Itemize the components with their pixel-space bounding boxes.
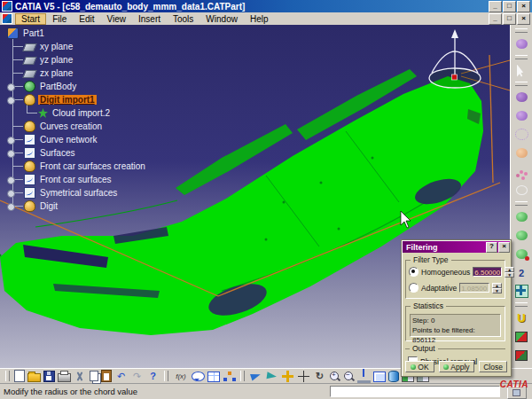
pen-icon[interactable] xyxy=(249,371,262,382)
table-icon[interactable] xyxy=(207,372,220,382)
toolbar-grip[interactable] xyxy=(5,371,10,381)
tree-item-partbody[interactable]: PartBody xyxy=(13,81,78,92)
fit-all-icon[interactable] xyxy=(281,371,294,382)
tree-expand-handle[interactable] xyxy=(7,190,15,198)
adaptative-radio[interactable] xyxy=(409,283,419,293)
menu-view[interactable]: View xyxy=(100,13,132,25)
cloud-orange-icon[interactable] xyxy=(512,144,532,162)
normal-view-icon[interactable] xyxy=(357,369,371,383)
catia-app-icon[interactable] xyxy=(2,1,12,12)
toolbar-grip[interactable] xyxy=(515,201,528,206)
toolbar-grip[interactable] xyxy=(164,371,168,381)
adaptative-spinner: ▲▼ xyxy=(492,283,502,293)
rotate-icon[interactable]: ↻ xyxy=(313,371,326,382)
pan-icon[interactable] xyxy=(297,371,310,382)
homogeneous-spinner[interactable]: ▲▼ xyxy=(505,267,514,277)
tree-expand-handle[interactable] xyxy=(7,150,15,158)
menu-help[interactable]: Help xyxy=(244,13,275,25)
tree-expand-handle[interactable] xyxy=(7,203,15,211)
menu-edit[interactable]: Edit xyxy=(73,13,100,25)
menu-insert[interactable]: Insert xyxy=(132,13,167,25)
tree-item-front-car-surfaces[interactable]: Front car surfaces xyxy=(13,174,113,185)
tree-expand-handle[interactable] xyxy=(7,137,15,145)
toolbar-grip[interactable] xyxy=(515,82,528,86)
links-icon[interactable] xyxy=(223,371,236,382)
chat-icon[interactable] xyxy=(192,372,205,381)
tree-expand-handle[interactable] xyxy=(7,83,15,91)
red-green-mesh-icon[interactable] xyxy=(512,327,532,346)
align-cross-icon[interactable] xyxy=(512,282,532,301)
green-red-mesh-icon[interactable] xyxy=(512,346,532,364)
toolbar-grip[interactable] xyxy=(515,302,528,307)
close-button-dialog[interactable]: Close xyxy=(479,361,507,372)
tree-item-xy-plane[interactable]: xy plane xyxy=(13,41,74,52)
homogeneous-radio[interactable] xyxy=(409,267,419,277)
tree-item-yz-plane[interactable]: yz plane xyxy=(13,54,74,66)
undo-icon[interactable]: ↶ xyxy=(114,371,128,382)
dialog-title-bar[interactable]: Filtering ? × xyxy=(403,241,510,253)
menu-tools[interactable]: Tools xyxy=(167,13,200,25)
context-help-icon[interactable]: ? xyxy=(146,371,160,382)
multi-view-icon[interactable] xyxy=(373,372,386,382)
mesh-green-2-icon[interactable] xyxy=(512,226,532,245)
mesh-green-icon[interactable] xyxy=(512,207,532,226)
tree-expand-handle[interactable] xyxy=(7,176,15,184)
menu-file[interactable]: File xyxy=(46,13,73,25)
scatter-icon[interactable] xyxy=(512,162,532,181)
document-icon[interactable] xyxy=(2,13,12,24)
tree-item-cloud-import[interactable]: Cloud import.2 xyxy=(27,107,112,119)
partbody-icon xyxy=(24,81,35,92)
tree-item-digit-import[interactable]: Digit import1 xyxy=(13,94,97,106)
homogeneous-value-field[interactable]: 6.50000 xyxy=(473,267,502,277)
lasso-icon[interactable] xyxy=(512,181,532,200)
save-icon[interactable] xyxy=(43,371,55,382)
new-document-icon[interactable] xyxy=(14,370,25,382)
close-button[interactable]: × xyxy=(517,1,530,12)
minimize-button[interactable]: _ xyxy=(489,1,502,12)
dialog-help-button[interactable]: ? xyxy=(486,242,497,253)
cloud-import-icon[interactable] xyxy=(512,35,532,53)
open-folder-icon[interactable] xyxy=(27,373,41,382)
cloud-outline-icon[interactable] xyxy=(512,125,532,144)
status-bar: Modify the radius or the chord value xyxy=(0,383,532,399)
fly-mode-icon[interactable] xyxy=(265,371,278,382)
toolbar-grip[interactable] xyxy=(515,55,528,59)
cut-icon[interactable] xyxy=(74,371,87,382)
tree-item-surfaces[interactable]: Surfaces xyxy=(13,147,76,159)
dialog-close-icon[interactable]: × xyxy=(498,242,510,253)
menu-window[interactable]: Window xyxy=(200,13,244,25)
paste-icon[interactable] xyxy=(101,370,112,382)
ok-button[interactable]: OK xyxy=(405,361,434,372)
formula-icon[interactable]: f(x) xyxy=(173,371,189,382)
doc-minimize-button[interactable]: _ xyxy=(489,13,502,25)
toolbar-grip[interactable] xyxy=(240,371,245,381)
tree-item-front-car-surfaces-creation[interactable]: Front car surfaces creation xyxy=(13,160,147,172)
zoom-in-icon[interactable]: + xyxy=(329,371,340,382)
statistics-box: Step: 0 Points to be filtered: 856112 xyxy=(410,314,501,337)
tree-expand-handle[interactable] xyxy=(7,97,15,105)
tree-item-zx-plane[interactable]: zx plane xyxy=(13,67,74,79)
cloud-reduce-icon[interactable] xyxy=(512,106,532,125)
restore-button[interactable]: □ xyxy=(503,1,516,12)
select-arrow-icon[interactable] xyxy=(512,61,532,80)
tree-item-curves-creation[interactable]: Curves creation xyxy=(13,121,104,132)
redo-icon[interactable]: ↷ xyxy=(130,371,144,382)
shaded-view-icon[interactable] xyxy=(388,371,399,382)
tree-item-digit[interactable]: Digit xyxy=(13,200,59,212)
doc-restore-button[interactable]: □ xyxy=(503,13,516,25)
u-clamp-icon[interactable] xyxy=(512,309,532,327)
mesh-green-red-icon[interactable] xyxy=(512,245,532,263)
cloud-edit-icon[interactable] xyxy=(512,88,532,106)
menu-start[interactable]: Start xyxy=(15,13,46,25)
print-icon[interactable] xyxy=(58,373,71,382)
tree-item-symetrical-surfaces[interactable]: Symetrical surfaces xyxy=(13,187,119,199)
copy-icon[interactable] xyxy=(90,371,98,381)
apply-icon xyxy=(443,364,449,370)
toolbar-grip[interactable] xyxy=(515,28,528,33)
zoom-out-icon[interactable]: − xyxy=(343,371,355,382)
tree-item-curve-network[interactable]: Curve network xyxy=(13,134,98,145)
apply-button[interactable]: Apply xyxy=(439,361,474,372)
power-input-field[interactable] xyxy=(330,386,500,397)
tree-item-part1[interactable]: Part1 xyxy=(7,27,46,39)
doc-close-button[interactable]: × xyxy=(517,13,530,25)
